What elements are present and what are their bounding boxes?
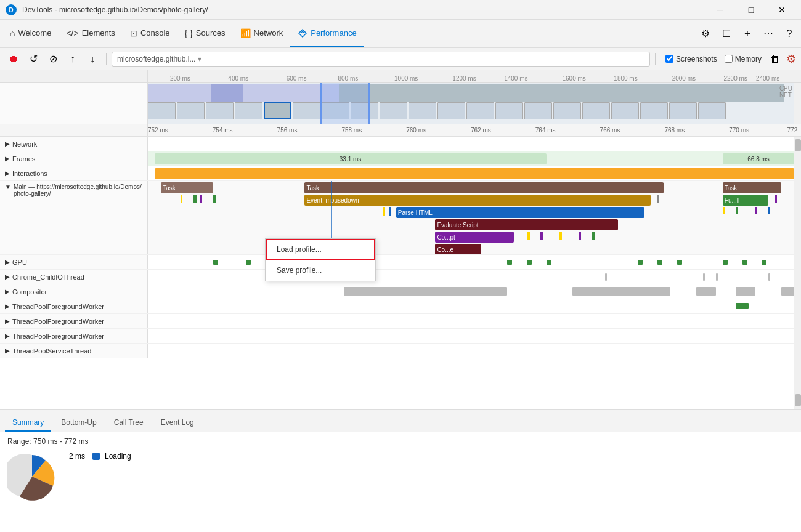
timeline-minimap[interactable]: CPU NET: [0, 83, 801, 124]
upload-button[interactable]: ↓: [84, 50, 101, 68]
network-track: ▶ Network: [0, 137, 801, 151]
settings-gear-button[interactable]: ⚙: [696, 25, 715, 43]
screenshots-checkbox-label[interactable]: Screenshots: [665, 55, 717, 63]
tp1-expand-icon[interactable]: ▶: [5, 303, 10, 310]
main-expand-icon[interactable]: ▼: [5, 183, 11, 190]
chrome-childio-track: ▶ Chrome_ChildIOThread: [0, 270, 801, 284]
detail-ticks-area: 752 ms 754 ms 756 ms 758 ms 760 ms 762 m…: [148, 124, 794, 136]
tab-welcome[interactable]: ⌂ Welcome: [2, 20, 59, 47]
load-profile-item[interactable]: Load profile...: [266, 239, 375, 260]
device-emulation-button[interactable]: ☐: [717, 25, 736, 43]
close-button[interactable]: ✕: [768, 0, 796, 20]
more-tools-button[interactable]: ＋: [738, 25, 757, 43]
childio-dot-6: [768, 273, 770, 281]
maximize-button[interactable]: □: [737, 0, 765, 20]
tp3-expand-icon[interactable]: ▶: [5, 332, 10, 339]
screenshots-checkbox[interactable]: [665, 55, 673, 63]
dropdown-arrow-icon[interactable]: ▾: [198, 55, 201, 63]
summary-pie-chart: [7, 452, 57, 501]
parse-html-bar[interactable]: Parse HTML: [396, 207, 644, 218]
frames-track-label: ▶ Frames: [0, 151, 148, 166]
threadpool-1-content: [148, 299, 801, 313]
network-expand-icon[interactable]: ▶: [5, 140, 10, 147]
help-button[interactable]: ?: [780, 25, 799, 43]
scrollbar-thumb-2[interactable]: [795, 394, 801, 406]
network-track-label: ▶ Network: [0, 137, 148, 151]
trash-button[interactable]: 🗑: [766, 50, 784, 68]
minimap-content[interactable]: CPU NET: [148, 83, 794, 124]
gpu-dot-6: [638, 260, 643, 265]
tick-2400ms: 2400 ms: [756, 75, 779, 82]
selection-overlay[interactable]: [320, 83, 370, 124]
tab-event-log[interactable]: Event Log: [153, 414, 201, 432]
dtick-772: 772: [787, 127, 798, 134]
main-track-label: ▼ Main — https://microsoftedge.github.io…: [0, 181, 148, 254]
detail-scrollbar[interactable]: [794, 137, 801, 409]
task-bar-2[interactable]: Task: [304, 182, 664, 193]
threadservice-content: [148, 344, 801, 358]
tab-bottom-up[interactable]: Bottom-Up: [54, 414, 104, 432]
tab-console[interactable]: ⊡ Console: [123, 20, 177, 47]
minimize-button[interactable]: ─: [706, 0, 734, 20]
screenshot-thumb: [409, 102, 436, 119]
childio-dot-4: [703, 273, 705, 281]
save-profile-item[interactable]: Save profile...: [266, 260, 375, 281]
tick-800ms: 800 ms: [338, 75, 358, 82]
memory-checkbox-label[interactable]: Memory: [725, 55, 762, 63]
gpu-expand-icon[interactable]: ▶: [5, 259, 10, 265]
dtick-764: 764 ms: [535, 127, 556, 134]
timeline-detail[interactable]: 752 ms 754 ms 756 ms 758 ms 760 ms 762 m…: [0, 124, 801, 409]
compile2-bar[interactable]: Co...e: [435, 244, 481, 254]
parse-mini-2: [389, 207, 391, 216]
compositor-expand-icon[interactable]: ▶: [5, 288, 10, 295]
stop-button[interactable]: ⊘: [44, 50, 62, 68]
record-button[interactable]: ⏺: [5, 50, 22, 68]
task-bar-3[interactable]: Task: [723, 182, 781, 193]
frame-bar-1: 33.1 ms: [155, 153, 547, 164]
screenshot-thumb: [524, 102, 552, 119]
interactions-expand-icon[interactable]: ▶: [5, 170, 10, 177]
window-controls: ─ □ ✕: [706, 0, 796, 20]
performance-panel: 752 ms 754 ms 756 ms 758 ms 760 ms 762 m…: [0, 124, 801, 532]
screenshot-thumb: [582, 102, 610, 119]
task-bar-1[interactable]: Task: [161, 182, 213, 193]
full-bar[interactable]: Fu...ll: [723, 195, 768, 206]
tab-summary[interactable]: Summary: [5, 414, 51, 432]
elements-icon: </>: [66, 28, 78, 38]
perf-settings-icon[interactable]: ⚙: [786, 52, 796, 66]
cpu-chart: [148, 84, 784, 102]
tp2-expand-icon[interactable]: ▶: [5, 318, 10, 324]
devtools-logo: D: [5, 4, 17, 16]
full-mini: [775, 195, 777, 203]
tick-2200ms: 2200 ms: [723, 75, 747, 82]
tab-performance[interactable]: Performance: [290, 20, 364, 47]
screenshot-thumb: [177, 102, 205, 119]
compile-bar[interactable]: Co...pt: [435, 232, 513, 243]
tab-network[interactable]: 📶 Network: [233, 20, 291, 47]
evaluate-script-bar[interactable]: Evaluate Script: [435, 219, 618, 230]
scrollbar-thumb[interactable]: [795, 139, 801, 151]
dtick-770: 770 ms: [729, 127, 749, 134]
screenshot-thumb: [466, 102, 494, 119]
clear-button[interactable]: ↑: [64, 50, 81, 68]
svg-text:D: D: [9, 7, 13, 14]
childio-expand-icon[interactable]: ▶: [5, 273, 10, 280]
reload-button[interactable]: ↺: [25, 50, 42, 68]
dtick-768: 768 ms: [664, 127, 685, 134]
tab-call-tree[interactable]: Call Tree: [107, 414, 151, 432]
ruler-label-spacer: [0, 124, 148, 136]
interactions-track: ▶ Interactions: [0, 166, 801, 181]
customize-menu-button[interactable]: ⋯: [759, 25, 778, 43]
tab-sources[interactable]: { } Sources: [177, 20, 233, 47]
ts-expand-icon[interactable]: ▶: [5, 347, 10, 354]
event-mousedown-bar[interactable]: Event: mousedown: [304, 195, 651, 206]
screenshot-thumb: [148, 102, 176, 119]
cpu-label: CPU: [779, 85, 792, 92]
parse-mini-1: [383, 207, 385, 216]
tab-elements[interactable]: </> Elements: [59, 20, 122, 47]
sources-icon: { }: [185, 28, 193, 38]
memory-checkbox[interactable]: [725, 55, 733, 63]
frames-expand-icon[interactable]: ▶: [5, 155, 10, 162]
gpu-dot-2: [246, 260, 251, 265]
screenshot-thumb: [698, 102, 726, 119]
